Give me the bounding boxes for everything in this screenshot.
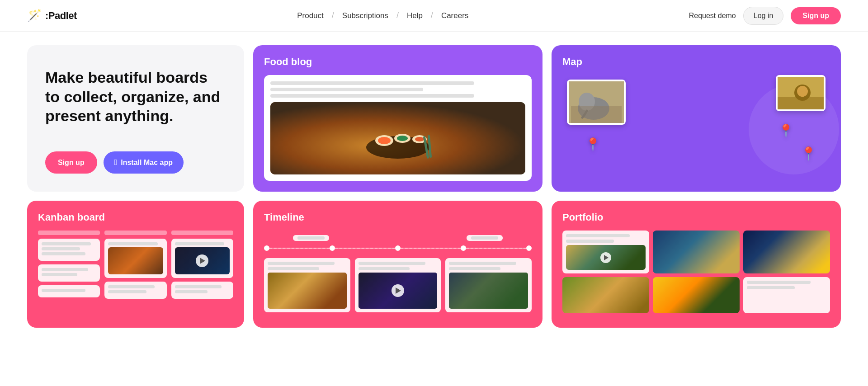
login-button[interactable]: Log in <box>743 7 784 25</box>
signup-button-nav[interactable]: Sign up <box>791 7 841 24</box>
fb-line-1 <box>270 81 474 85</box>
main-content: Make beautiful boards to collect, organi… <box>0 32 868 346</box>
dark-image <box>359 273 438 309</box>
tl-line-3 <box>401 248 461 249</box>
kanban-content <box>38 231 233 302</box>
apple-icon:  <box>114 158 118 167</box>
nav-brand: 🪄 :Padlet <box>27 9 77 23</box>
nav-careers[interactable]: Careers <box>438 11 472 20</box>
hero-signup-button[interactable]: Sign up <box>45 151 97 174</box>
timeline-items <box>264 258 532 312</box>
portfolio-img-starry <box>743 231 830 273</box>
nav-sep-2: / <box>396 11 399 20</box>
nav-actions: Request demo Log in Sign up <box>689 7 841 25</box>
nav-help[interactable]: Help <box>403 11 426 20</box>
nav-links: Product / Subscriptions / Help / Careers <box>293 11 472 20</box>
kanban-col-header-1 <box>38 231 100 235</box>
svg-rect-18 <box>778 97 824 109</box>
food-blog-label: Food blog <box>264 56 532 68</box>
svg-point-2 <box>378 137 391 144</box>
vangogh-image <box>653 231 740 273</box>
timeline-content <box>264 231 532 317</box>
map-pin-1: 📍 <box>585 137 601 152</box>
tl-line-2 <box>335 248 395 249</box>
timeline-item-1 <box>264 258 350 312</box>
sushi-visual <box>270 102 525 174</box>
portfolio-grid <box>562 231 830 313</box>
tl-dot-5 <box>526 245 532 251</box>
map-card: Map <box>552 45 841 192</box>
kanban-col-header-3 <box>171 231 233 235</box>
map-content: 📍 📍 📍 <box>562 75 830 165</box>
timeline-bubble-2 <box>467 235 503 241</box>
kanban-col-1 <box>38 231 100 302</box>
timeline-bubble-1 <box>293 235 329 241</box>
hero-mac-button[interactable]:  Install Mac app <box>104 151 184 174</box>
warrior-image <box>449 273 528 309</box>
svg-rect-13 <box>571 106 622 123</box>
play-button-3[interactable] <box>600 252 611 263</box>
kanban-item-7 <box>171 282 233 299</box>
timeline-track <box>264 245 532 251</box>
logo-icon: 🪄 <box>27 9 42 23</box>
logo-text: :Padlet <box>45 10 77 22</box>
person-image <box>175 247 230 274</box>
starry-image <box>743 231 830 273</box>
kanban-item-5 <box>104 282 166 299</box>
kanban-item-4 <box>104 239 166 278</box>
portfolio-card: Portfolio <box>552 201 841 328</box>
nav-subscriptions[interactable]: Subscriptions <box>339 11 392 20</box>
map-pin-3: 📍 <box>801 146 816 161</box>
sunflowers-image <box>653 277 740 313</box>
sushi-svg <box>357 111 439 165</box>
kanban-col-header-2 <box>104 231 166 235</box>
food-blog-content <box>264 75 532 181</box>
tl-line-4 <box>466 248 526 249</box>
timeline-card: Timeline <box>253 201 542 328</box>
kanban-item-2 <box>38 264 100 282</box>
svg-point-6 <box>415 137 424 141</box>
pharaoh-image <box>268 273 347 309</box>
tl-dot-4 <box>461 245 466 251</box>
kanban-card: Kanban board <box>27 201 244 328</box>
tl-dot-3 <box>395 245 401 251</box>
navbar: 🪄 :Padlet Product / Subscriptions / Help… <box>0 0 868 32</box>
portfolio-text-1 <box>562 231 649 273</box>
lion-svg <box>778 77 824 109</box>
map-pin-2: 📍 <box>778 123 794 138</box>
svg-point-4 <box>397 136 408 141</box>
request-demo-link[interactable]: Request demo <box>689 12 736 20</box>
fb-line-3 <box>270 94 474 98</box>
landscape-image <box>566 245 646 270</box>
hero-buttons: Sign up  Install Mac app <box>45 151 226 174</box>
tl-dot-1 <box>264 245 269 251</box>
nav-sep-1: / <box>332 11 334 20</box>
food-image <box>270 102 525 174</box>
fb-line-2 <box>270 88 423 91</box>
play-triangle-2 <box>396 287 401 294</box>
play-button-2[interactable] <box>392 284 404 297</box>
kanban-col-2 <box>104 231 166 302</box>
kanban-item-3 <box>38 285 100 297</box>
nav-sep-3: / <box>431 11 433 20</box>
portfolio-img-field <box>562 277 649 313</box>
hero-title: Make beautiful boards to collect, organi… <box>45 68 226 126</box>
lion-image <box>778 77 824 109</box>
portfolio-img-vangogh <box>653 231 740 273</box>
play-triangle <box>200 258 205 264</box>
elephant-photo <box>567 80 626 125</box>
elephant-svg <box>569 81 624 123</box>
timeline-label: Timeline <box>264 212 532 223</box>
field-image <box>562 277 649 313</box>
elephant-image <box>569 81 624 123</box>
kanban-label: Kanban board <box>38 212 233 223</box>
lion-photo <box>776 75 826 111</box>
nav-product[interactable]: Product <box>293 11 327 20</box>
timeline-spacer <box>387 235 409 241</box>
kanban-col-3 <box>171 231 233 302</box>
play-button[interactable] <box>196 254 208 267</box>
food-blog-card: Food blog <box>253 45 542 192</box>
mac-button-label: Install Mac app <box>121 159 173 167</box>
feature-grid: Make beautiful boards to collect, organi… <box>27 45 841 328</box>
map-label: Map <box>562 56 830 68</box>
